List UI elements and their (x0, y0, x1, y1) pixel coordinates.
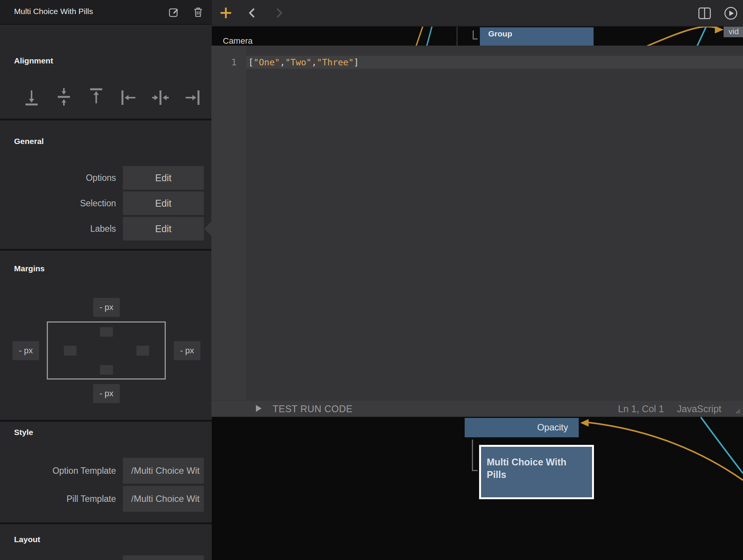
test-run-code-label: TEST RUN CODE (273, 403, 352, 414)
selection-label: Selection (0, 191, 116, 215)
code-input[interactable]: ["One","Two","Three"] (248, 56, 359, 69)
align-top-icon (87, 102, 105, 108)
code-token: , (280, 57, 285, 67)
option-template-label: Option Template (0, 458, 116, 484)
language-label: JavaScript (677, 403, 721, 414)
align-right-icon (184, 102, 202, 108)
margin-bottom-input[interactable]: - px (93, 384, 120, 403)
alignment-buttons (23, 87, 202, 106)
section-divider (0, 119, 212, 120)
video-node-title: vid (729, 27, 739, 36)
properties-panel: Multi Choice With Pills Alignment (0, 0, 212, 560)
options-label: Options (0, 166, 116, 190)
general-heading: General (14, 137, 44, 146)
test-run-code-button[interactable]: TEST RUN CODE (256, 400, 352, 417)
play-circle-icon (724, 16, 738, 21)
cursor-position-label: Ln 1, Col 1 (618, 403, 664, 414)
pill-template-value[interactable]: /Multi Choice Wit (123, 486, 204, 512)
code-token: "Three" (317, 57, 354, 67)
multi-choice-with-pills-node-selected[interactable]: Multi Choice With Pills (479, 445, 594, 499)
margin-left-input[interactable]: - px (13, 341, 39, 360)
editor-status: Ln 1, Col 1 JavaScript (618, 400, 721, 417)
split-view-button[interactable] (698, 7, 711, 19)
labels-edit-button[interactable]: Edit (123, 217, 204, 240)
line-number-gutter (211, 46, 246, 400)
align-left-icon (119, 102, 137, 108)
labels-label: Labels (0, 217, 116, 240)
popover-arrow (204, 221, 211, 236)
editor-bottom-bar: TEST RUN CODE Ln 1, Col 1 JavaScript (211, 400, 743, 417)
panel-header: Multi Choice With Pills (0, 0, 212, 25)
node-edge-line (457, 27, 457, 46)
opacity-node[interactable]: Opacity (465, 418, 579, 437)
graph-toolbar (212, 0, 743, 27)
pill-template-label: Pill Template (0, 486, 116, 512)
option-template-value[interactable]: /Multi Choice Wit (123, 458, 204, 484)
resize-grip[interactable] (733, 408, 741, 415)
camera-node-title[interactable]: Camera (223, 36, 252, 46)
align-bottom-icon (23, 102, 40, 108)
code-editor-popover: 1 ["One","Two","Three"] TEST RUN CODE Ln… (211, 46, 743, 417)
opacity-node-title: Opacity (537, 422, 568, 433)
margin-top-handle[interactable] (100, 327, 113, 337)
align-horizontal-center-icon (152, 102, 169, 108)
line-number: 1 (211, 56, 237, 69)
style-heading: Style (14, 428, 33, 437)
navigate-forward-button-disabled[interactable] (274, 8, 284, 18)
margin-right-input[interactable]: - px (174, 341, 200, 360)
layout-partial-control[interactable] (123, 555, 204, 560)
app-window: Camera Group vid Opacity Multi Choice Wi… (0, 0, 743, 560)
section-divider (0, 420, 212, 422)
hierarchy-connector (473, 30, 478, 40)
code-token: "Two" (285, 57, 311, 67)
code-token: , (311, 57, 317, 67)
section-divider (0, 249, 212, 251)
split-view-icon (698, 15, 711, 21)
alignment-heading: Alignment (14, 56, 53, 65)
layout-heading: Layout (14, 535, 40, 544)
align-vertical-center-button[interactable] (55, 87, 73, 106)
selected-node-title: Multi Choice With Pills (487, 456, 578, 481)
margins-heading: Margins (14, 264, 45, 273)
margin-left-handle[interactable] (64, 346, 76, 356)
hierarchy-connector (472, 440, 478, 471)
trash-icon (192, 13, 204, 19)
group-node-title: Group (488, 29, 512, 38)
align-top-button[interactable] (87, 87, 105, 106)
align-left-button[interactable] (119, 87, 137, 106)
margin-bottom-handle[interactable] (100, 365, 113, 375)
code-token: ] (354, 57, 359, 67)
margin-right-handle[interactable] (137, 346, 149, 356)
group-node[interactable]: Group (480, 27, 594, 46)
add-node-button[interactable] (219, 6, 233, 20)
align-bottom-button[interactable] (23, 87, 40, 106)
margins-diagram (47, 321, 166, 380)
rename-button[interactable] (168, 6, 179, 18)
run-play-icon (256, 403, 262, 414)
align-right-button[interactable] (184, 87, 202, 106)
align-horizontal-center-button[interactable] (152, 87, 169, 106)
delete-button[interactable] (192, 6, 204, 18)
align-vertical-center-icon (55, 102, 73, 108)
navigate-back-button[interactable] (247, 8, 257, 18)
chevron-right-icon (274, 13, 284, 19)
margin-top-input[interactable]: - px (93, 298, 120, 317)
code-token: "One" (254, 57, 280, 67)
edit-pencil-icon (168, 13, 179, 19)
section-divider (0, 522, 212, 524)
code-token: [ (248, 57, 254, 67)
panel-title: Multi Choice With Pills (14, 7, 93, 16)
video-node[interactable]: vid (724, 26, 743, 37)
run-prototype-button[interactable] (724, 6, 738, 20)
options-edit-button[interactable]: Edit (123, 166, 204, 190)
plus-icon (219, 15, 233, 21)
chevron-left-icon (247, 13, 257, 19)
selection-edit-button[interactable]: Edit (123, 191, 204, 215)
